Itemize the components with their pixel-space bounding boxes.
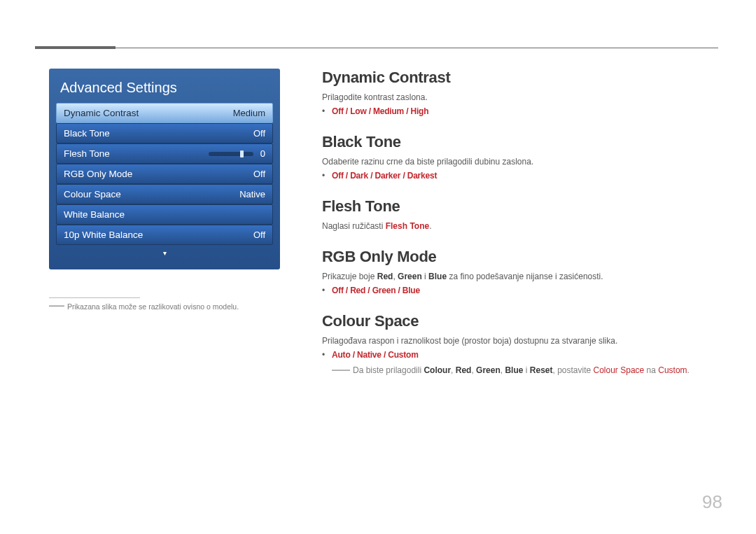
note-sep: , xyxy=(451,365,456,375)
desc-bold: Blue xyxy=(428,272,447,281)
desc-bold: Red xyxy=(377,272,393,281)
section-title: RGB Only Mode xyxy=(322,248,718,266)
note-bold: Colour xyxy=(424,365,451,375)
option: Native xyxy=(357,350,382,360)
desc-sep: i xyxy=(422,272,428,281)
panel-footnote: ― Prikazana slika može se razlikovati ov… xyxy=(49,302,280,311)
menu-item-value: Native xyxy=(239,189,265,199)
menu-item-value: Off xyxy=(253,169,265,179)
right-column: Dynamic Contrast Prilagodite kontrast za… xyxy=(322,69,718,375)
note-text: Da biste prilagodili Colour, Red, Green,… xyxy=(353,365,690,375)
options-row: • Off / Red / Green / Blue xyxy=(322,286,718,295)
option: Off xyxy=(332,106,344,116)
note-sep: i xyxy=(523,365,529,375)
note-end: . xyxy=(687,365,690,375)
page-number: 98 xyxy=(702,491,722,513)
menu-item-value: Off xyxy=(253,128,265,139)
note-mid: , postavite xyxy=(552,365,593,375)
menu-item-label: Flesh Tone xyxy=(64,148,110,159)
desc-highlight: Flesh Tone xyxy=(386,221,429,231)
option: Red xyxy=(350,286,365,295)
desc-text: za fino podešavanje nijanse i zasićenost… xyxy=(447,272,603,281)
advanced-settings-panel: Advanced Settings Dynamic Contrast Mediu… xyxy=(49,69,280,269)
section-desc: Prikazuje boje Red, Green i Blue za fino… xyxy=(322,272,718,281)
menu-item-white-balance[interactable]: White Balance xyxy=(56,204,273,225)
note-pre: Da biste prilagodili xyxy=(353,365,424,375)
bullet-icon: • xyxy=(322,106,332,116)
desc-text: Naglasi ružičasti xyxy=(322,221,386,231)
option-sep: / xyxy=(367,106,373,116)
menu-item-value: 0 xyxy=(260,148,265,159)
menu-item-label: RGB Only Mode xyxy=(64,169,132,179)
section-dynamic-contrast: Dynamic Contrast Prilagodite kontrast za… xyxy=(322,69,718,116)
menu-item-black-tone[interactable]: Black Tone Off xyxy=(56,123,273,143)
note-red: Custom xyxy=(658,365,687,375)
option: Custom xyxy=(388,350,418,360)
section-title: Colour Space xyxy=(322,312,718,330)
option: Darkest xyxy=(407,171,438,181)
desc-text: . xyxy=(429,221,431,231)
footnote-dash-icon: ― xyxy=(49,302,64,311)
menu-item-label: Dynamic Contrast xyxy=(64,108,139,118)
note-bold: Green xyxy=(476,365,500,375)
menu-item-value-group: 0 xyxy=(209,148,265,159)
note-red: Colour Space xyxy=(594,365,645,375)
menu-item-label: Colour Space xyxy=(64,189,121,199)
scroll-down-icon[interactable]: ▾ xyxy=(56,245,273,257)
desc-bold: Green xyxy=(398,272,422,281)
menu-item-10p-white-balance[interactable]: 10p White Balance Off xyxy=(56,225,273,245)
section-desc: Prilagodite kontrast zaslona. xyxy=(322,92,718,102)
section-rgb-only-mode: RGB Only Mode Prikazuje boje Red, Green … xyxy=(322,248,718,295)
option-sep: / xyxy=(400,171,407,181)
option-sep: / xyxy=(344,106,350,116)
section-note: ― Da biste prilagodili Colour, Red, Gree… xyxy=(332,365,718,375)
section-black-tone: Black Tone Odaberite razinu crne da bist… xyxy=(322,133,718,181)
menu-item-flesh-tone[interactable]: Flesh Tone 0 xyxy=(56,143,273,164)
option-sep: / xyxy=(404,106,410,116)
section-desc: Prilagođava raspon i raznolikost boje (p… xyxy=(322,336,718,346)
menu-item-label: Black Tone xyxy=(64,128,110,139)
left-column: Advanced Settings Dynamic Contrast Mediu… xyxy=(49,69,280,375)
option-sep: / xyxy=(365,286,372,295)
options-row: • Off / Dark / Darker / Darkest xyxy=(322,171,718,181)
option-sep: / xyxy=(344,171,350,181)
option: High xyxy=(411,106,429,116)
options-row: • Auto / Native / Custom xyxy=(322,350,718,360)
section-title: Flesh Tone xyxy=(322,197,718,216)
menu-item-colour-space[interactable]: Colour Space Native xyxy=(56,184,273,204)
header-divider xyxy=(35,48,718,48)
option: Low xyxy=(350,106,366,116)
note-bold: Blue xyxy=(505,365,523,375)
options-list: Off / Red / Green / Blue xyxy=(332,286,420,295)
section-title: Black Tone xyxy=(322,133,718,151)
option: Off xyxy=(332,171,344,181)
option: Medium xyxy=(373,106,404,116)
note-na: na xyxy=(644,365,658,375)
note-bold: Reset xyxy=(530,365,553,375)
options-list: Off / Low / Medium / High xyxy=(332,106,428,116)
options-row: • Off / Low / Medium / High xyxy=(322,106,718,116)
note-bold: Red xyxy=(456,365,472,375)
option: Green xyxy=(372,286,396,295)
option-sep: / xyxy=(344,286,350,295)
bullet-icon: • xyxy=(322,350,332,360)
note-dash-icon: ― xyxy=(332,365,350,375)
slider-track[interactable] xyxy=(209,152,253,156)
bullet-icon: • xyxy=(322,171,332,181)
menu-item-rgb-only-mode[interactable]: RGB Only Mode Off xyxy=(56,164,273,184)
menu-item-label: 10p White Balance xyxy=(64,230,143,240)
bullet-icon: • xyxy=(322,286,332,295)
options-list: Off / Dark / Darker / Darkest xyxy=(332,171,437,181)
slider-knob[interactable] xyxy=(240,150,244,157)
section-desc: Naglasi ružičasti Flesh Tone. xyxy=(322,221,718,231)
page-layout: Advanced Settings Dynamic Contrast Mediu… xyxy=(0,0,756,375)
panel-title: Advanced Settings xyxy=(56,76,273,103)
menu-item-label: White Balance xyxy=(64,209,125,220)
menu-item-dynamic-contrast[interactable]: Dynamic Contrast Medium xyxy=(56,103,273,123)
option: Dark xyxy=(350,171,368,181)
section-title: Dynamic Contrast xyxy=(322,69,718,87)
footnote-text: Prikazana slika može se razlikovati ovis… xyxy=(67,302,239,311)
desc-text: Prikazuje boje xyxy=(322,272,377,281)
option-sep: / xyxy=(382,350,388,360)
header-divider-thick xyxy=(35,46,115,49)
